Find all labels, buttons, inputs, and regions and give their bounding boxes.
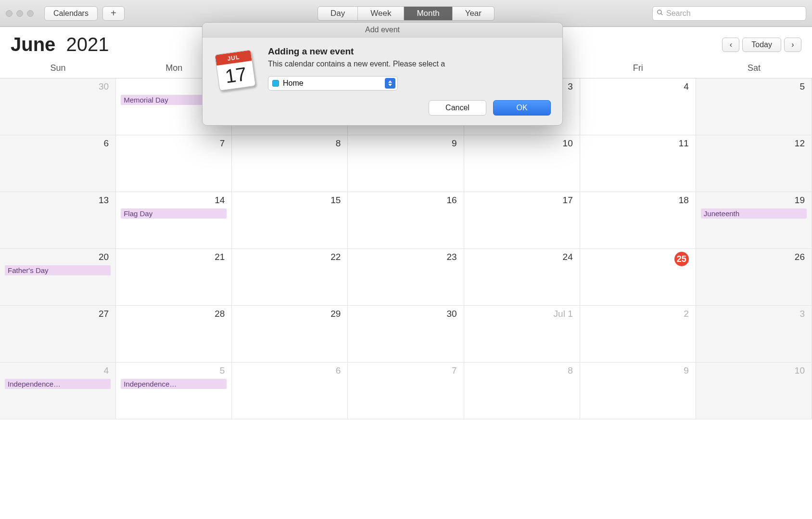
dropdown-arrow-icon[interactable] bbox=[385, 78, 395, 89]
day-cell[interactable]: 4 bbox=[580, 78, 696, 135]
day-cell[interactable]: 9 bbox=[580, 363, 696, 419]
day-cell[interactable]: 6 bbox=[0, 135, 116, 192]
date-number: 10 bbox=[701, 365, 807, 376]
date-number: 5 bbox=[701, 81, 807, 92]
day-cell[interactable]: 11 bbox=[580, 135, 696, 192]
add-event-button[interactable]: + bbox=[102, 6, 125, 21]
date-number: 11 bbox=[585, 138, 691, 149]
day-cell[interactable]: 5Independence… bbox=[116, 363, 232, 419]
day-cell[interactable]: 14Flag Day bbox=[116, 192, 232, 249]
day-cell[interactable]: 19Juneteenth bbox=[696, 192, 812, 249]
calendar-icon-day: 17 bbox=[216, 61, 255, 90]
event-chip[interactable]: Independence… bbox=[5, 379, 111, 389]
view-segmented-control: Day Week Month Year bbox=[317, 6, 495, 21]
day-cell[interactable]: 4Independence… bbox=[0, 363, 116, 419]
date-number: 23 bbox=[353, 252, 458, 262]
view-year[interactable]: Year bbox=[453, 7, 494, 20]
today-button[interactable]: Today bbox=[742, 38, 781, 52]
day-cell[interactable]: 2 bbox=[580, 306, 696, 363]
day-cell[interactable]: 24 bbox=[464, 249, 580, 306]
day-cell[interactable]: Jul 1 bbox=[464, 306, 580, 363]
day-cell[interactable]: 20Father's Day bbox=[0, 249, 116, 306]
year-value: 2021 bbox=[66, 34, 109, 55]
date-number: 7 bbox=[353, 365, 458, 376]
day-cell[interactable]: 27 bbox=[0, 306, 116, 363]
date-number: 15 bbox=[237, 195, 343, 206]
date-number: 13 bbox=[5, 195, 111, 206]
dialog-content: Adding a new event This calendar contain… bbox=[268, 46, 551, 91]
date-number: 18 bbox=[585, 195, 691, 206]
calendars-button[interactable]: Calendars bbox=[44, 6, 98, 21]
day-cell[interactable]: 17 bbox=[464, 192, 580, 249]
calendar-select[interactable]: Home bbox=[268, 76, 398, 91]
cancel-button[interactable]: Cancel bbox=[429, 100, 486, 116]
date-number: 14 bbox=[121, 195, 227, 206]
date-number: 3 bbox=[701, 309, 807, 319]
date-number: 8 bbox=[469, 365, 575, 376]
prev-month-button[interactable]: ‹ bbox=[722, 38, 739, 52]
date-number: 29 bbox=[237, 309, 343, 319]
day-cell[interactable]: 3 bbox=[696, 306, 812, 363]
day-cell[interactable]: 10 bbox=[696, 363, 812, 419]
day-cell[interactable]: 9 bbox=[348, 135, 464, 192]
minimize-window-icon[interactable] bbox=[16, 10, 23, 17]
day-cell[interactable]: 7 bbox=[116, 135, 232, 192]
day-cell[interactable]: 7 bbox=[348, 363, 464, 419]
zoom-window-icon[interactable] bbox=[27, 10, 34, 17]
close-window-icon[interactable] bbox=[6, 10, 13, 17]
calendar-grid: 3031Memorial Day1234567891011121314Flag … bbox=[0, 78, 812, 419]
day-cell[interactable]: 15 bbox=[232, 192, 348, 249]
event-chip[interactable]: Father's Day bbox=[5, 265, 111, 275]
dialog-body: JUL 17 Adding a new event This calendar … bbox=[203, 38, 562, 96]
day-cell[interactable]: 22 bbox=[232, 249, 348, 306]
event-chip[interactable]: Juneteenth bbox=[701, 208, 807, 219]
month-nav: ‹ Today › bbox=[722, 38, 801, 52]
calendar-color-icon bbox=[272, 80, 279, 87]
month-name: June bbox=[11, 34, 55, 55]
date-number: 6 bbox=[237, 365, 343, 376]
date-number: 25 bbox=[585, 252, 691, 266]
today-indicator: 25 bbox=[674, 252, 689, 266]
weekday-label: Fri bbox=[580, 60, 696, 78]
svg-line-1 bbox=[661, 13, 663, 15]
day-cell[interactable]: 6 bbox=[232, 363, 348, 419]
day-cell[interactable]: 5 bbox=[696, 78, 812, 135]
day-cell[interactable]: 25 bbox=[580, 249, 696, 306]
event-chip[interactable]: Independence… bbox=[121, 379, 227, 389]
next-month-button[interactable]: › bbox=[784, 38, 801, 52]
day-cell[interactable]: 21 bbox=[116, 249, 232, 306]
day-cell[interactable]: 30 bbox=[0, 78, 116, 135]
day-cell[interactable]: 13 bbox=[0, 192, 116, 249]
event-chip[interactable]: Flag Day bbox=[121, 208, 227, 219]
date-number: 19 bbox=[701, 195, 807, 206]
dialog-subtitle: This calendar contains a new event. Plea… bbox=[268, 60, 551, 68]
day-cell[interactable]: 16 bbox=[348, 192, 464, 249]
view-month[interactable]: Month bbox=[404, 7, 452, 20]
day-cell[interactable]: 26 bbox=[696, 249, 812, 306]
weekday-label: Sun bbox=[0, 60, 116, 78]
ok-button[interactable]: OK bbox=[493, 100, 551, 116]
day-cell[interactable]: 10 bbox=[464, 135, 580, 192]
view-day[interactable]: Day bbox=[318, 7, 358, 20]
date-number: 9 bbox=[353, 138, 458, 149]
search-input[interactable] bbox=[666, 9, 802, 18]
date-number: 21 bbox=[121, 252, 227, 262]
search-field[interactable] bbox=[652, 6, 806, 21]
window-controls bbox=[6, 10, 34, 17]
date-number: 20 bbox=[5, 252, 111, 262]
view-week[interactable]: Week bbox=[358, 7, 404, 20]
page-title: June 2021 bbox=[11, 34, 109, 55]
day-cell[interactable]: 12 bbox=[696, 135, 812, 192]
day-cell[interactable]: 30 bbox=[348, 306, 464, 363]
date-number: 24 bbox=[469, 252, 575, 262]
day-cell[interactable]: 8 bbox=[464, 363, 580, 419]
dialog-title: Add event bbox=[203, 23, 562, 38]
day-cell[interactable]: 8 bbox=[232, 135, 348, 192]
date-number: 17 bbox=[469, 195, 575, 206]
day-cell[interactable]: 28 bbox=[116, 306, 232, 363]
day-cell[interactable]: 18 bbox=[580, 192, 696, 249]
calendar-app-icon: JUL 17 bbox=[214, 48, 256, 91]
day-cell[interactable]: 23 bbox=[348, 249, 464, 306]
date-number: 4 bbox=[585, 81, 691, 92]
day-cell[interactable]: 29 bbox=[232, 306, 348, 363]
